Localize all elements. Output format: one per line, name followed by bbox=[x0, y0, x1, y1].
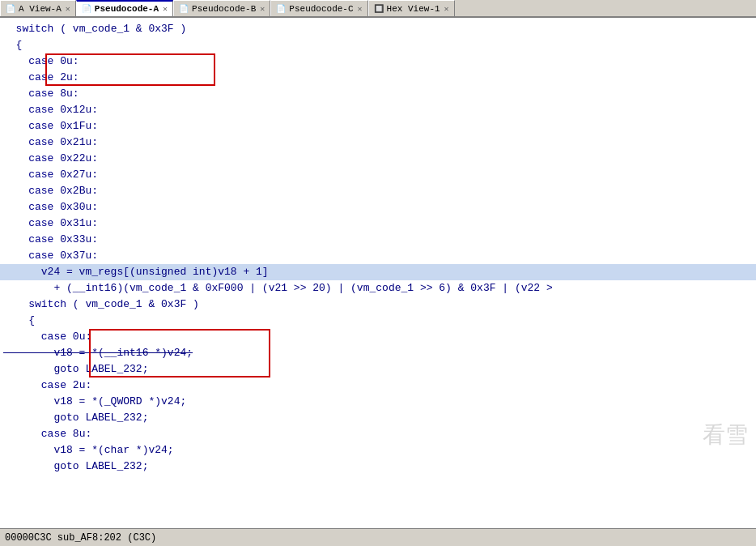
code-line-14: case 0x33u: bbox=[0, 232, 756, 248]
tab-bar: 📄 A View-A ✕ 📄 Pseudocode-A ✕ 📄 Pseudoco… bbox=[0, 0, 756, 18]
code-line-4: case 2u: bbox=[0, 70, 756, 86]
tab-close-pseudocode-a[interactable]: ✕ bbox=[163, 4, 168, 14]
code-line-23: case 2u: bbox=[0, 378, 756, 394]
tab-pseudocode-b[interactable]: 📄 Pseudocode-B ✕ bbox=[173, 0, 270, 16]
tab-label-hex-view-1: Hex View-1 bbox=[387, 4, 440, 14]
tab-label-view-a: A View-A bbox=[19, 4, 62, 14]
code-wrap: switch ( vm_code_1 & 0x3F ) { case 0u: c… bbox=[0, 21, 756, 475]
tab-close-pseudocode-b[interactable]: ✕ bbox=[260, 4, 265, 14]
main-container: 📄 A View-A ✕ 📄 Pseudocode-A ✕ 📄 Pseudoco… bbox=[0, 0, 756, 546]
code-line-15: case 0x37u: bbox=[0, 248, 756, 264]
code-line-13: case 0x31u: bbox=[0, 215, 756, 232]
code-line-25: goto LABEL_232; bbox=[0, 410, 756, 426]
tab-icon-pseudocode-b: 📄 bbox=[179, 4, 189, 14]
code-line-12: case 0x30u: bbox=[0, 199, 756, 215]
tab-label-pseudocode-c: Pseudocode-C bbox=[289, 4, 353, 14]
tab-pseudocode-c[interactable]: 📄 Pseudocode-C ✕ bbox=[270, 0, 367, 16]
code-line-19: { bbox=[0, 313, 756, 329]
tab-view-a[interactable]: 📄 A View-A ✕ bbox=[0, 0, 76, 16]
tab-close-view-a[interactable]: ✕ bbox=[66, 4, 70, 14]
code-line-1: switch ( vm_code_1 & 0x3F ) bbox=[0, 21, 756, 37]
code-line-20: case 0u: bbox=[0, 329, 756, 345]
code-line-5: case 8u: bbox=[0, 86, 756, 102]
tab-label-pseudocode-b: Pseudocode-B bbox=[192, 4, 256, 14]
status-address: 00000C3C bbox=[5, 532, 52, 544]
status-separator bbox=[52, 532, 57, 544]
code-line-10: case 0x27u: bbox=[0, 167, 756, 183]
tab-close-hex-view-1[interactable]: ✕ bbox=[444, 4, 449, 14]
tab-hex-view-1[interactable]: 🔲 Hex View-1 ✕ bbox=[368, 0, 455, 16]
code-line-2: { bbox=[0, 37, 756, 53]
code-line-24: v18 = *(_QWORD *)v24; bbox=[0, 394, 756, 410]
tab-pseudocode-a[interactable]: 📄 Pseudocode-A ✕ bbox=[76, 0, 173, 16]
tab-icon-pseudocode-a: 📄 bbox=[82, 4, 91, 14]
code-line-18: switch ( vm_code_1 & 0x3F ) bbox=[0, 296, 756, 313]
code-line-6: case 0x12u: bbox=[0, 102, 756, 118]
code-line-26: case 8u: bbox=[0, 426, 756, 442]
code-line-7: case 0x1Fu: bbox=[0, 118, 756, 134]
code-line-16: v24 = vm_regs[(unsigned int)v18 + 1] bbox=[0, 264, 756, 280]
status-bar: 00000C3C sub_AF8:202 (C3C) bbox=[0, 528, 756, 546]
code-line-27: v18 = *(char *)v24; bbox=[0, 442, 756, 459]
status-sub: sub_AF8:202 (C3C) bbox=[57, 532, 156, 544]
tab-close-pseudocode-c[interactable]: ✕ bbox=[358, 4, 363, 14]
code-line-28: goto LABEL_232; bbox=[0, 459, 756, 475]
code-line-17: + (__int16)(vm_code_1 & 0xF000 | (v21 >>… bbox=[0, 280, 756, 296]
selection-region-1: case 0u: case 2u: bbox=[0, 53, 756, 86]
selection-region-2: case 0u: v18 = *(__int16 *)v24; goto LAB… bbox=[0, 329, 756, 378]
code-line-8: case 0x21u: bbox=[0, 134, 756, 151]
tab-icon-pseudocode-c: 📄 bbox=[276, 4, 286, 14]
code-line-3: case 0u: bbox=[0, 53, 756, 70]
code-editor[interactable]: switch ( vm_code_1 & 0x3F ) { case 0u: c… bbox=[0, 18, 756, 528]
code-line-21: v18 = *(__int16 *)v24; bbox=[0, 345, 756, 361]
tab-icon-hex-view-1: 🔲 bbox=[374, 4, 384, 14]
tab-icon-view-a: 📄 bbox=[6, 4, 15, 14]
code-line-22: goto LABEL_232; bbox=[0, 361, 756, 378]
code-line-9: case 0x22u: bbox=[0, 151, 756, 167]
tab-label-pseudocode-a: Pseudocode-A bbox=[95, 4, 159, 14]
code-line-11: case 0x2Bu: bbox=[0, 183, 756, 199]
